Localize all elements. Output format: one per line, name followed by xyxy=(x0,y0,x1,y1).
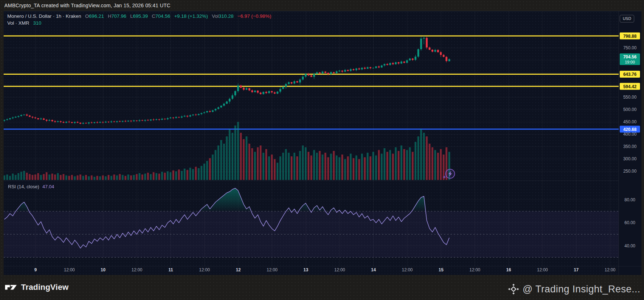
time-tick-label: 12:00 xyxy=(402,267,413,272)
rsi-tick-label: 40.00 xyxy=(624,243,635,248)
low-value: 695.39 xyxy=(133,13,148,19)
volume-indicator-value: 310 xyxy=(33,20,42,26)
rsi-tick-label: 80.00 xyxy=(624,197,635,202)
time-tick-label: 12 xyxy=(236,267,241,272)
time-tick-label: 13 xyxy=(303,267,308,272)
last-price-value: 704.56 xyxy=(623,54,637,59)
author-watermark-text: @ Trading Insight_Rese... xyxy=(523,284,640,295)
price-tick-label: 250.00 xyxy=(623,169,637,174)
volume-indicator-label[interactable]: Vol · XMR xyxy=(7,20,29,26)
time-tick-label: 10 xyxy=(101,267,106,272)
price-tick-label: 750.00 xyxy=(623,45,637,50)
time-tick-label: 12:00 xyxy=(267,267,278,272)
last-bar-time: 19:00 xyxy=(625,60,635,64)
time-tick-label: 12:00 xyxy=(132,267,142,272)
diamond-icon xyxy=(508,284,519,295)
time-tick-label: 12:00 xyxy=(537,267,548,272)
volume-indicator-legend[interactable]: Vol · XMR 310 xyxy=(7,20,271,26)
tradingview-brand-text: TradingView xyxy=(21,283,68,292)
time-tick-label: 12:00 xyxy=(64,267,75,272)
time-tick-label: 17 xyxy=(574,267,579,272)
rsi-tick-label: 60.00 xyxy=(624,220,635,225)
open-value: 696.21 xyxy=(89,13,104,19)
rsi-pane[interactable] xyxy=(4,200,619,258)
open-label: O xyxy=(85,13,89,19)
level-badge-label: 643.76 xyxy=(623,72,637,77)
time-axis[interactable]: 912:001012:001112:001212:001312:001412:0… xyxy=(4,266,641,272)
volume-change-value: −6.97 (−0.98%) xyxy=(237,13,271,19)
time-tick-label: 12:00 xyxy=(604,267,615,272)
attribution-header: AMBCrypto_TA created with TradingView.co… xyxy=(0,0,644,11)
volume-label: Vol xyxy=(212,13,219,19)
symbol-legend[interactable]: Monero / U.S. Dollar · 1h · Kraken O696.… xyxy=(7,13,271,26)
level-badge-label: 594.42 xyxy=(623,84,637,89)
attribution-text: AMBCrypto_TA created with TradingView.co… xyxy=(4,3,170,8)
chart-card: 750.00550.00500.00450.00400.00350.00300.… xyxy=(4,11,641,275)
symbol-title[interactable]: Monero / U.S. Dollar · 1h · Kraken xyxy=(7,13,81,19)
price-tick-label: 300.00 xyxy=(623,156,637,161)
time-tick-label: 15 xyxy=(439,267,444,272)
bottom-bar: TradingView @ Trading Insight_Rese... xyxy=(0,275,644,300)
currency-toggle-button[interactable]: USD xyxy=(620,15,634,22)
candles-layer xyxy=(4,36,450,124)
symbol-legend-row-1: Monero / U.S. Dollar · 1h · Kraken O696.… xyxy=(7,13,271,19)
time-tick-label: 12:00 xyxy=(334,267,345,272)
tradingview-logo-icon xyxy=(5,284,17,291)
level-badge-label: 420.68 xyxy=(623,127,637,132)
chart-canvas[interactable]: 750.00550.00500.00450.00400.00350.00300.… xyxy=(4,11,641,275)
change-value: +9.18 (+1.32%) xyxy=(174,13,208,19)
close-value: 704.56 xyxy=(155,13,170,19)
price-tick-label: 350.00 xyxy=(623,144,637,149)
time-tick-label: 9 xyxy=(34,267,37,272)
price-level-lines xyxy=(4,36,619,129)
level-badge-label: 798.88 xyxy=(623,34,637,39)
low-label: L xyxy=(130,13,133,19)
price-tick-label: 550.00 xyxy=(623,95,637,100)
tradingview-brand-link[interactable]: TradingView xyxy=(5,283,68,292)
rsi-legend[interactable]: RSI (14, close)47.04 xyxy=(8,184,54,189)
rsi-legend-value: 47.04 xyxy=(42,184,54,189)
screenshot-root: { "header": {"title": "AMBCrypto_TA crea… xyxy=(0,0,644,300)
price-axis[interactable]: 750.00550.00500.00450.00400.00350.00300.… xyxy=(619,11,641,275)
high-label: H xyxy=(108,13,111,19)
volume-value: 310.28 xyxy=(219,13,233,19)
price-gridlines xyxy=(4,48,619,171)
high-value: 707.96 xyxy=(111,13,126,19)
price-tick-label: 500.00 xyxy=(623,107,637,112)
rsi-legend-label[interactable]: RSI (14, close) xyxy=(8,184,39,189)
price-tick-label: 450.00 xyxy=(623,119,637,124)
time-tick-label: 11 xyxy=(169,267,173,272)
author-watermark: @ Trading Insight_Rese... xyxy=(508,284,640,295)
time-tick-label: 16 xyxy=(506,267,511,272)
close-label: C xyxy=(152,13,155,19)
time-tick-label: 14 xyxy=(371,267,376,272)
time-tick-label: 12:00 xyxy=(199,267,210,272)
time-tick-label: 12:00 xyxy=(469,267,480,272)
